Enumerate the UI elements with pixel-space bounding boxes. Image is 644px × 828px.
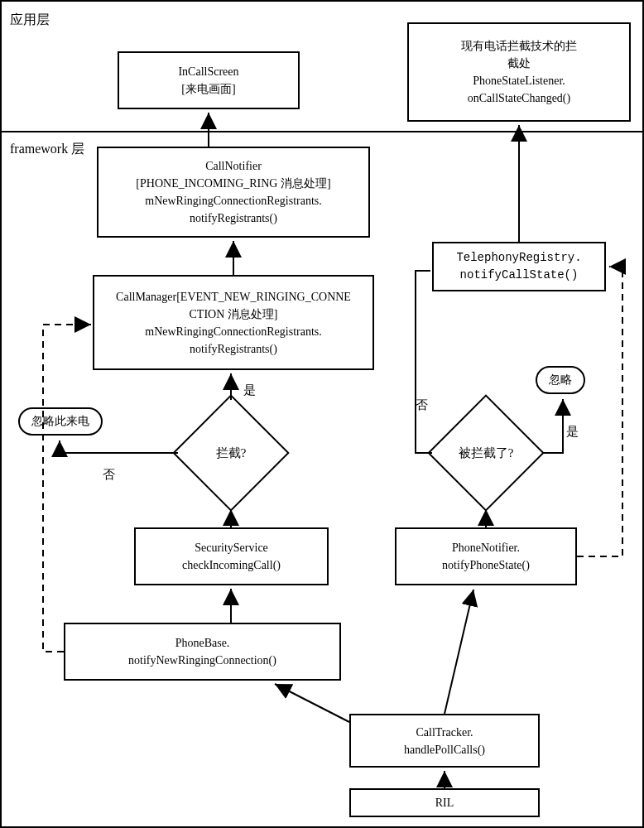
svg-line-5 xyxy=(275,684,349,722)
incall-line1: InCallScreen xyxy=(178,63,238,80)
existing-intercept-box: 现有电话拦截技术的拦 截处 PhoneStateListener. onCall… xyxy=(407,22,631,122)
cm-l3: mNewRingingConnectionRegistrants. xyxy=(145,323,321,340)
tr-l2: notifyCallState() xyxy=(460,267,579,284)
pb-l1: PhoneBase. xyxy=(175,634,230,652)
existing-l3: PhoneStateListener. xyxy=(473,72,565,89)
phone-notifier-box: PhoneNotifier. notifyPhoneState() xyxy=(395,527,577,585)
app-layer-label: 应用层 xyxy=(10,12,50,29)
incall-line2: [来电画面] xyxy=(181,80,235,98)
cm-l1: CallManager[EVENT_NEW_RINGING_CONNE xyxy=(116,288,351,306)
existing-l1: 现有电话拦截技术的拦 xyxy=(461,37,577,55)
diagram-canvas: 应用层 framework 层 InCallScreen [来电画面] 现有电话… xyxy=(0,0,644,828)
intercept-label: 拦截? xyxy=(216,445,247,461)
ignore-this-call: 忽略此来电 xyxy=(18,407,103,436)
intercept-decision: 拦截? xyxy=(172,394,289,511)
pn-l1: PhoneNotifier. xyxy=(452,539,520,556)
cm-l2: CTION 消息处理] xyxy=(190,306,278,323)
intercepted-no: 否 xyxy=(414,397,430,413)
call-tracker-box: CallTracker. handlePollCalls() xyxy=(349,714,540,768)
pb-l2: notifyNewRingingConnection() xyxy=(128,652,276,669)
intercept-yes: 是 xyxy=(242,383,257,398)
cm-l4: notifyRegistrants() xyxy=(190,340,277,358)
layer-divider xyxy=(2,131,642,132)
existing-l4: onCallStateChanged() xyxy=(468,89,570,107)
intercept-no: 否 xyxy=(101,467,117,483)
call-manager-box: CallManager[EVENT_NEW_RINGING_CONNE CTIO… xyxy=(93,275,374,370)
ss-l1: SecurityService xyxy=(195,539,268,556)
intercepted-label: 被拦截了? xyxy=(459,445,514,461)
ct-l2: handlePollCalls() xyxy=(404,741,485,758)
incall-screen-box: InCallScreen [来电画面] xyxy=(118,51,300,109)
cn-l4: notifyRegistrants() xyxy=(190,209,277,227)
existing-l2: 截处 xyxy=(507,55,531,72)
telephony-registry-box: TelephonyRegistry. notifyCallState() xyxy=(432,242,606,291)
intercepted-yes: 是 xyxy=(565,424,580,440)
ignore-pill: 忽略 xyxy=(536,366,585,394)
tr-l1: TelephonyRegistry. xyxy=(456,249,581,267)
call-notifier-box: CallNotifier [PHONE_INCOMING_RING 消息处理] … xyxy=(97,147,370,238)
pn-l2: notifyPhoneState() xyxy=(442,556,530,574)
ril-box: RIL xyxy=(349,788,540,817)
intercepted-decision: 被拦截了? xyxy=(427,394,544,511)
cn-l3: mNewRingingConnectionRegistrants. xyxy=(145,192,321,209)
ss-l2: checkIncomingCall() xyxy=(182,556,281,574)
framework-layer-label: framework 层 xyxy=(10,141,84,158)
ct-l1: CallTracker. xyxy=(416,724,473,741)
cn-l1: CallNotifier xyxy=(205,157,262,175)
phone-base-box: PhoneBase. notifyNewRingingConnection() xyxy=(64,623,341,681)
svg-line-6 xyxy=(445,590,473,714)
security-service-box: SecurityService checkIncomingCall() xyxy=(134,527,329,585)
cn-l2: [PHONE_INCOMING_RING 消息处理] xyxy=(136,175,330,192)
